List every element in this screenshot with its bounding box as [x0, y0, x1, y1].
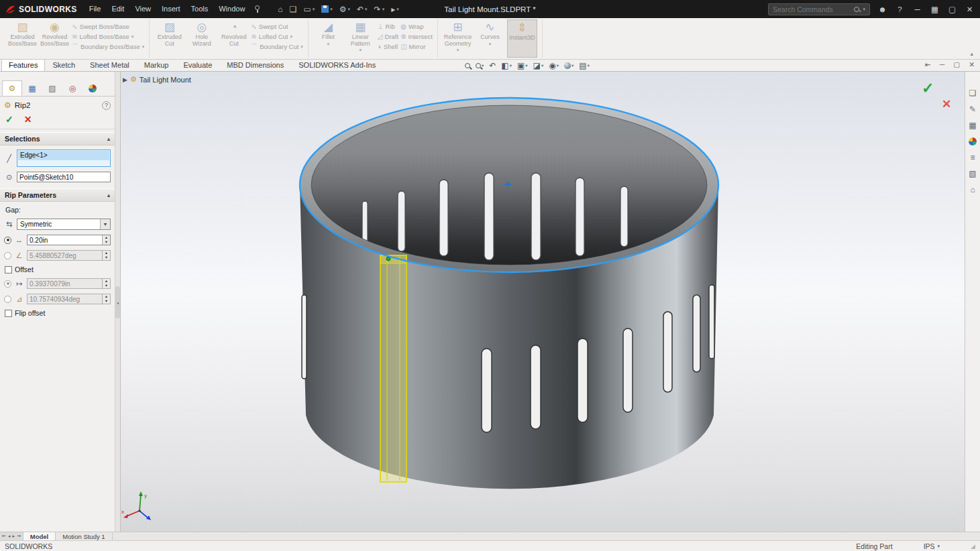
home-button[interactable]: ⌂ — [274, 0, 286, 18]
edge-selection-value[interactable]: Edge<1> — [18, 151, 109, 160]
close-button[interactable]: ✕ — [965, 5, 975, 14]
doc-minimize-icon[interactable]: ─ — [940, 60, 944, 68]
spin-down-icon[interactable]: ▼ — [103, 240, 110, 245]
search-icon[interactable] — [854, 7, 859, 12]
file-explorer-icon[interactable]: ▦ — [967, 120, 978, 131]
spin-down-icon[interactable]: ▼ — [103, 284, 110, 288]
units-caret-icon[interactable]: ▾ — [938, 544, 940, 549]
previous-view-button[interactable]: ↶ — [489, 61, 496, 70]
offset-distance-field[interactable]: 0.39370079in ▲▼ — [27, 278, 111, 289]
hide-show-items-button[interactable]: ◉▾ — [549, 61, 559, 70]
ok-button[interactable]: ✓ — [5, 114, 13, 125]
spin-up-icon[interactable]: ▲ — [103, 235, 110, 240]
rip-preview[interactable] — [380, 255, 406, 482]
tab-sheet-metal[interactable]: Sheet Metal — [83, 59, 137, 71]
gap-distance-radio[interactable] — [4, 237, 11, 244]
view-orientation-button[interactable]: ▣▾ — [517, 61, 528, 70]
save-caret-icon[interactable]: ▾ — [330, 7, 333, 12]
tab-model[interactable]: Model — [23, 532, 56, 540]
new-document-button[interactable]: ❏ — [286, 0, 301, 18]
rib-button[interactable]: ⊥ Rib — [378, 23, 398, 30]
tab-configuration-manager[interactable]: ▧ — [42, 80, 62, 96]
tab-features[interactable]: Features — [1, 59, 45, 71]
confirm-cancel-icon[interactable]: ✕ — [942, 97, 951, 111]
selections-collapse-icon[interactable]: ▴ — [107, 136, 110, 142]
zoom-to-area-button[interactable]: ▾ — [476, 63, 484, 68]
confirm-ok-icon[interactable]: ✓ — [922, 80, 934, 97]
revolved-cut-button[interactable]: ◔ Revolved Cut — [219, 19, 249, 58]
graphics-viewport[interactable]: ▶ ⚙ Tail Light Mount ✓ ✕ — [121, 72, 965, 532]
splitter-handle[interactable]: ◂ — [115, 286, 120, 318]
gap-distance-spinner[interactable]: ▲▼ — [102, 235, 110, 245]
breadcrumb-expand-icon[interactable]: ▶ — [123, 76, 127, 83]
rip-parameters-collapse-icon[interactable]: ▴ — [107, 192, 110, 198]
flip-offset-checkbox[interactable] — [5, 310, 12, 317]
view-settings-button[interactable]: ▤▾ — [579, 61, 590, 70]
menu-tools[interactable]: Tools — [186, 0, 214, 18]
edge-selection-box[interactable]: Edge<1> — [17, 149, 111, 167]
instant3d-button[interactable]: ⇕ Instant3D — [507, 19, 537, 58]
tab-sketch[interactable]: Sketch — [45, 59, 83, 71]
breadcrumb[interactable]: ▶ ⚙ Tail Light Mount — [123, 75, 191, 84]
reference-geometry-caret-icon[interactable]: ▾ — [457, 48, 459, 52]
spin-down-icon[interactable]: ▼ — [103, 299, 110, 304]
open-caret-icon[interactable]: ▾ — [313, 7, 315, 12]
pin-menu-icon[interactable] — [253, 5, 261, 13]
user-account-icon[interactable]: ☻ — [877, 5, 887, 13]
lofted-cut-caret-icon[interactable]: ▾ — [290, 34, 292, 39]
reference-geometry-button[interactable]: ⊞ Reference Geometry ▾ — [443, 19, 473, 58]
boundary-cut-button[interactable]: ⌒ Boundary Cut ▾ — [251, 43, 303, 50]
tab-solidworks-addins[interactable]: SOLIDWORKS Add-Ins — [291, 59, 383, 71]
cancel-button[interactable]: ✕ — [24, 114, 32, 125]
tab-display-manager[interactable] — [83, 80, 103, 96]
model-3d-view[interactable]: x y — [121, 72, 965, 532]
menu-insert[interactable]: Insert — [156, 0, 186, 18]
intersect-button[interactable]: ⊗ Intersect — [400, 33, 433, 40]
selections-group-header[interactable]: Selections ▴ — [0, 132, 115, 145]
tab-scroll-next-icon[interactable]: ▸ — [12, 534, 15, 539]
offset-angle-field[interactable]: 10.75740934deg ▲▼ — [27, 294, 111, 304]
boundary-boss-button[interactable]: ⌒ Boundary Boss/Base ▾ — [72, 43, 144, 50]
design-library-icon[interactable]: ✎ — [967, 104, 978, 115]
linear-pattern-button[interactable]: ▦ Linear Pattern ▾ — [345, 19, 376, 58]
extruded-boss-button[interactable]: ▧ Extruded Boss/Base — [7, 19, 38, 58]
doc-dock-icon[interactable]: ⇤ — [925, 60, 931, 68]
gap-angle-radio[interactable] — [4, 252, 11, 259]
offset-angle-radio[interactable] — [4, 296, 11, 303]
gap-type-caret-icon[interactable]: ▼ — [100, 219, 110, 229]
point-selection-field[interactable]: Point5@Sketch10 — [17, 172, 111, 182]
fillet-button[interactable]: ◢ Fillet ▾ — [313, 19, 343, 58]
boundary-boss-caret-icon[interactable]: ▾ — [142, 44, 145, 49]
linear-pattern-caret-icon[interactable]: ▾ — [360, 48, 362, 52]
offset-angle-spinner[interactable]: ▲▼ — [102, 294, 110, 304]
wrap-button[interactable]: ◍ Wrap — [400, 23, 433, 30]
search-input[interactable] — [773, 5, 851, 13]
shell-button[interactable]: ◖ Shell — [378, 43, 398, 50]
appearances-icon[interactable] — [967, 136, 978, 147]
menu-window[interactable]: Window — [213, 0, 250, 18]
minimize-button[interactable]: ─ — [912, 5, 922, 13]
curves-button[interactable]: ∿ Curves ▾ — [475, 19, 505, 58]
display-style-caret-icon[interactable]: ▾ — [541, 63, 543, 68]
boundary-cut-caret-icon[interactable]: ▾ — [301, 44, 303, 49]
draft-button[interactable]: ◿ Draft — [378, 33, 398, 40]
offset-checkbox[interactable] — [5, 266, 12, 273]
gap-angle-spinner[interactable]: ▲▼ — [102, 251, 110, 260]
tab-dimxpert-manager[interactable]: ◎ — [62, 80, 83, 96]
lofted-cut-button[interactable]: ≋ Lofted Cut ▾ — [251, 33, 303, 40]
redo-caret-icon[interactable]: ▾ — [382, 7, 385, 12]
command-search[interactable]: ▾ — [768, 3, 870, 15]
zoom-to-fit-button[interactable] — [465, 63, 470, 68]
help-icon[interactable]: ? — [895, 5, 905, 13]
select-caret-icon[interactable]: ▾ — [396, 7, 399, 12]
window-layout-button[interactable]: ▦ — [930, 5, 940, 14]
tab-scroll-last-icon[interactable]: ⇥ — [17, 534, 21, 539]
menu-view[interactable]: View — [129, 0, 156, 18]
tab-motion-study[interactable]: Motion Study 1 — [56, 532, 112, 540]
doc-restore-icon[interactable]: ▢ — [953, 60, 960, 68]
lofted-boss-caret-icon[interactable]: ▾ — [131, 34, 134, 39]
undo-button[interactable]: ↶▾ — [353, 0, 371, 18]
tab-property-manager[interactable]: ⚙ — [2, 80, 22, 96]
menu-file[interactable]: File — [84, 0, 107, 18]
tab-feature-manager[interactable]: ▦ — [22, 80, 42, 96]
